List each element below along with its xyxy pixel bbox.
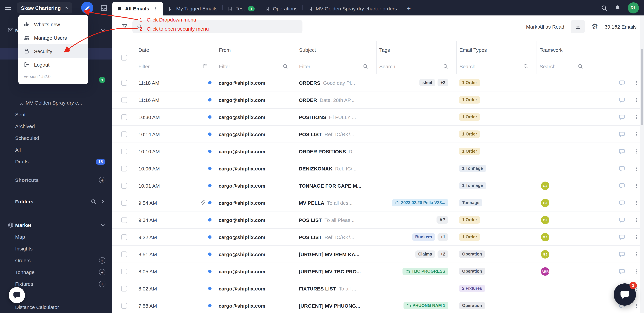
row-menu-icon[interactable] bbox=[634, 165, 640, 171]
email-row[interactable]: 9:54 AM cargo@shipfix.com MV PELLATo all… bbox=[112, 194, 644, 211]
comment-icon[interactable] bbox=[618, 234, 625, 240]
email-row[interactable]: 8:02 AM cargo@shipfix.com FIXTURES LISTT… bbox=[112, 280, 644, 297]
comment-icon[interactable] bbox=[618, 148, 625, 155]
search-icon[interactable] bbox=[601, 4, 607, 11]
row-menu-icon[interactable] bbox=[634, 269, 640, 274]
sidebar-item-orders[interactable]: Orders+ bbox=[0, 255, 112, 266]
sidebar-item-all[interactable]: All bbox=[0, 144, 112, 156]
comment-icon[interactable] bbox=[618, 165, 625, 172]
filter-date[interactable]: Filter bbox=[136, 58, 216, 74]
hamburger-menu-icon[interactable] bbox=[4, 4, 12, 11]
row-menu-icon[interactable] bbox=[634, 217, 640, 223]
menu-item-logout[interactable]: Logout bbox=[18, 58, 88, 71]
add-shortcut-button[interactable]: + bbox=[99, 177, 106, 183]
email-type-badge[interactable]: 1 Order bbox=[459, 79, 480, 86]
row-menu-icon[interactable] bbox=[634, 149, 640, 154]
chat-widget-button[interactable]: 1 bbox=[614, 283, 636, 306]
member-avatar[interactable]: GJ bbox=[541, 250, 549, 258]
filter-teamwork[interactable]: Search bbox=[536, 58, 591, 74]
row-checkbox[interactable] bbox=[121, 131, 127, 137]
email-row[interactable]: 10:10 AM cargo@shipfix.com ORDER POSITIO… bbox=[112, 143, 644, 160]
row-checkbox[interactable] bbox=[121, 149, 127, 154]
sidebar-item-pinned-tag[interactable]: MV Golden Spray dry c... bbox=[0, 97, 112, 109]
sidebar-item-insights[interactable]: Insights bbox=[0, 243, 112, 255]
email-row[interactable]: 10:01 AM cargo@shipfix.com TONNAGE FOR C… bbox=[112, 177, 644, 194]
row-checkbox[interactable] bbox=[121, 183, 127, 188]
column-header-email-types[interactable]: Email Types bbox=[456, 41, 536, 58]
comment-icon[interactable] bbox=[618, 251, 625, 257]
sidebar-item-drafts[interactable]: Drafts15 bbox=[0, 156, 112, 167]
tab-my-tagged-emails[interactable]: My Tagged Emails bbox=[163, 2, 222, 15]
search-icon[interactable] bbox=[90, 199, 96, 204]
member-avatar[interactable]: GJ bbox=[541, 181, 549, 190]
filter-from[interactable]: Filter bbox=[216, 58, 296, 74]
row-menu-icon[interactable] bbox=[634, 114, 640, 120]
sidebar-item-archived[interactable]: Archived bbox=[0, 120, 112, 132]
tag-badge[interactable]: 2023.02.20 Pella V23... bbox=[392, 199, 448, 206]
comment-icon[interactable] bbox=[618, 268, 625, 275]
email-row[interactable]: 8:51 AM cargo@shipfix.com [URGENT] MV IR… bbox=[112, 246, 644, 263]
tag-badge[interactable]: +2 bbox=[437, 79, 448, 86]
row-checkbox[interactable] bbox=[121, 200, 127, 206]
row-menu-icon[interactable] bbox=[634, 251, 640, 257]
member-avatar[interactable]: GJ bbox=[541, 233, 549, 241]
row-menu-icon[interactable] bbox=[634, 80, 640, 86]
scrollbar-thumb[interactable] bbox=[641, 49, 643, 125]
comment-icon[interactable] bbox=[618, 131, 625, 137]
comment-icon[interactable] bbox=[618, 182, 625, 189]
member-avatar[interactable]: GJ bbox=[541, 198, 549, 207]
filter-subject[interactable]: Filter bbox=[296, 58, 376, 74]
sidebar-item-sent[interactable]: Sent bbox=[0, 109, 112, 120]
email-row[interactable]: 11:16 AM cargo@shipfix.com ORDERDate. 28… bbox=[112, 91, 644, 109]
add-tonnage-button[interactable]: + bbox=[99, 269, 106, 275]
row-checkbox[interactable] bbox=[121, 251, 127, 257]
row-checkbox[interactable] bbox=[121, 234, 127, 240]
settings-gear-icon[interactable]: ⚙ bbox=[592, 23, 598, 30]
comment-icon[interactable] bbox=[618, 97, 625, 103]
column-header-teamwork[interactable]: Teamwork bbox=[536, 41, 591, 58]
member-avatar[interactable]: ARR bbox=[541, 267, 549, 276]
row-menu-icon[interactable] bbox=[634, 131, 640, 137]
row-menu-icon[interactable] bbox=[634, 183, 640, 188]
email-type-badge[interactable]: 1 Order bbox=[459, 96, 480, 104]
email-row[interactable]: 8:05 AM cargo@shipfix.com [URGENT] MV TB… bbox=[112, 263, 644, 280]
email-row[interactable]: 10:14 AM cargo@shipfix.com POS LISTRef. … bbox=[112, 126, 644, 143]
email-type-badge[interactable]: 1 Order bbox=[459, 148, 480, 155]
mark-all-read-button[interactable]: Mark All as Read bbox=[526, 24, 564, 29]
row-checkbox[interactable] bbox=[121, 269, 127, 274]
filter-email-types[interactable]: Search bbox=[456, 58, 536, 74]
sidebar-section-shortcuts[interactable]: Shortcuts+ bbox=[0, 174, 112, 186]
tag-badge[interactable]: +2 bbox=[437, 250, 448, 258]
row-menu-icon[interactable] bbox=[634, 303, 640, 309]
workspace-switcher[interactable]: Skaw Chartering bbox=[17, 2, 72, 13]
email-row[interactable]: 10:30 AM cargo@shipfix.com POSITIONSHi F… bbox=[112, 109, 644, 126]
column-header-from[interactable]: From bbox=[216, 41, 296, 58]
row-checkbox[interactable] bbox=[121, 97, 127, 103]
email-type-badge[interactable]: Operation bbox=[459, 302, 485, 309]
tag-badge[interactable]: AP bbox=[436, 216, 448, 224]
row-checkbox[interactable] bbox=[121, 165, 127, 171]
menu-item-manage-users[interactable]: Manage Users bbox=[18, 31, 88, 44]
comment-icon[interactable] bbox=[618, 217, 625, 223]
comment-icon[interactable] bbox=[618, 80, 625, 86]
add-fixtures-button[interactable]: + bbox=[99, 281, 106, 287]
email-type-badge[interactable]: Operation bbox=[459, 250, 485, 258]
email-type-badge[interactable]: 1 Order bbox=[459, 113, 480, 121]
tag-badge[interactable]: Bunkers bbox=[412, 233, 435, 241]
user-avatar[interactable]: RL bbox=[628, 2, 639, 13]
row-checkbox[interactable] bbox=[121, 114, 127, 120]
row-checkbox[interactable] bbox=[121, 303, 127, 309]
tab-operations[interactable]: Operations bbox=[260, 2, 303, 15]
email-type-badge[interactable]: Operation bbox=[459, 268, 485, 275]
email-type-badge[interactable]: 1 Order bbox=[459, 216, 480, 224]
row-checkbox[interactable] bbox=[121, 217, 127, 223]
tag-badge[interactable]: PHUONG NAM 1 bbox=[404, 302, 448, 309]
sidebar-item-scheduled[interactable]: Scheduled bbox=[0, 132, 112, 144]
row-checkbox[interactable] bbox=[121, 286, 127, 291]
email-type-badge[interactable]: 1 Order bbox=[459, 131, 480, 138]
row-menu-icon[interactable] bbox=[634, 97, 640, 103]
email-row[interactable]: 9:22 AM cargo@shipfix.com POS LISTRef. I… bbox=[112, 229, 644, 246]
email-row[interactable]: 9:34 AM cargo@shipfix.com POS LISTTo all… bbox=[112, 211, 644, 229]
add-orders-button[interactable]: + bbox=[99, 257, 106, 264]
new-tab-button[interactable]: + bbox=[402, 2, 415, 15]
